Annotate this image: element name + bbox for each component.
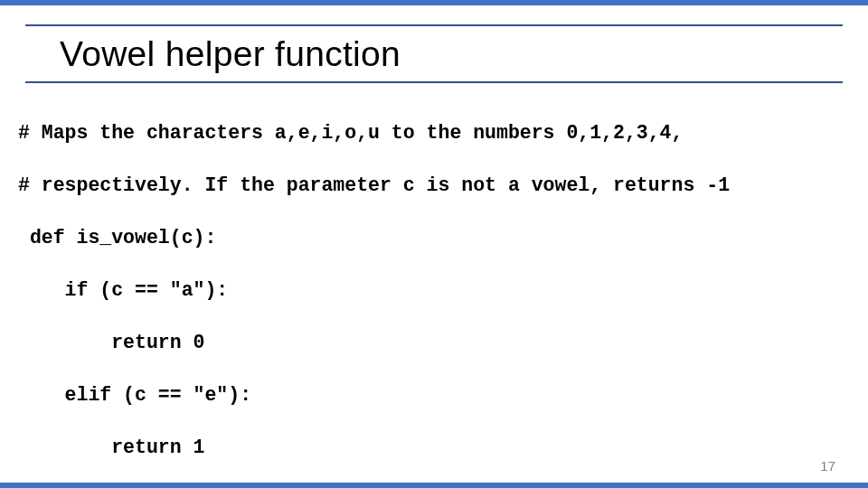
bottom-border [0,483,868,488]
code-line: elif (c == "e"): [18,382,843,408]
top-border [0,0,868,5]
top-divider-line [25,24,843,26]
code-line: # respectively. If the parameter c is no… [18,173,843,199]
code-line: # Maps the characters a,e,i,o,u to the n… [18,120,843,146]
title-underline [25,81,843,83]
slide-title: Vowel helper function [60,34,401,74]
code-line: return 0 [18,330,843,356]
page-number: 17 [820,458,835,474]
code-line: if (c == "a"): [18,277,843,304]
code-block: # Maps the characters a,e,i,o,u to the n… [18,94,843,488]
code-line: return 1 [18,435,843,461]
code-line: def is_vowel(c): [18,225,843,251]
